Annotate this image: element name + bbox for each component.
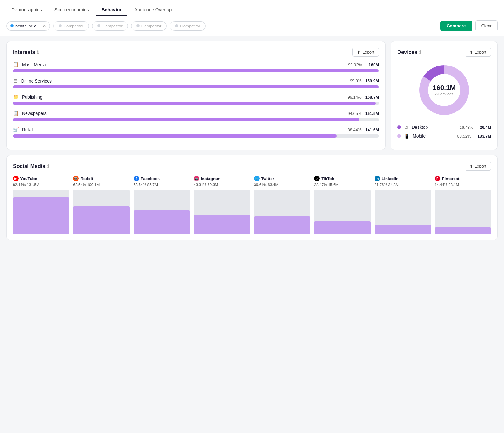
social-icon-1: 👽 (73, 176, 79, 181)
social-bar-container-1 (73, 190, 129, 234)
compare-button[interactable]: Compare (440, 21, 472, 31)
social-bar-container-6 (375, 190, 431, 234)
comp-label-3: Competitor (141, 24, 162, 28)
device-row-mobile: 📱 Mobile 83.52% 133.7M (397, 134, 491, 139)
interests-title: Interests ℹ (13, 49, 39, 55)
social-platform-0: ▶ YouTube (13, 176, 69, 181)
social-title: Social Media ℹ (13, 163, 49, 169)
competitor-chip-4[interactable]: Competitor (170, 21, 206, 31)
social-bar-fill-1 (73, 206, 129, 234)
social-name-1: Reddit (80, 176, 93, 181)
donut-wrapper: 160.1M All devices (416, 62, 472, 118)
interest-icon-3: 📋 (13, 111, 19, 116)
social-name-3: Instagram (201, 176, 220, 181)
interest-header-2: 📁 Publishing 99.14% 158.7M (13, 94, 379, 100)
social-item-linkedin: in LinkedIn 21.76% 34.8M (375, 176, 431, 234)
interest-pct-1: 99.9% (350, 78, 362, 83)
social-icon-6: in (375, 176, 380, 181)
interest-bar-fill-4 (13, 134, 337, 138)
site-label: healthline.c... (15, 24, 40, 28)
mobile-dot (397, 134, 401, 138)
tab-demographics[interactable]: Demographics (6, 4, 47, 16)
donut-center: 160.1M All devices (432, 84, 455, 96)
social-name-4: Twitter (261, 176, 274, 181)
tab-socioeconomics[interactable]: Socioeconomics (49, 4, 94, 16)
devices-info-icon: ℹ (419, 50, 421, 54)
social-bar-fill-6 (375, 225, 431, 234)
interests-header: Interests ℹ ⬆ Export (13, 48, 379, 57)
social-bar-container-5 (314, 190, 370, 234)
competitor-chip-1[interactable]: Competitor (53, 21, 89, 31)
interest-item-2: 📁 Publishing 99.14% 158.7M (13, 94, 379, 105)
tab-behavior[interactable]: Behavior (96, 4, 127, 16)
social-platform-7: P Pinterest (435, 176, 491, 181)
donut-label: All devices (432, 92, 455, 96)
interest-val-3: 151.5M (365, 111, 379, 116)
devices-header: Devices ℹ ⬆ Export (397, 48, 491, 57)
desktop-dot (397, 125, 401, 129)
interest-bar-fill-2 (13, 102, 376, 105)
social-icon-2: f (134, 176, 139, 181)
interest-header-0: 📋 Mass Media 99.92% 160M (13, 62, 379, 67)
close-icon[interactable]: ✕ (43, 24, 46, 28)
interest-pct-0: 99.92% (348, 62, 362, 67)
interest-icon-0: 📋 (13, 62, 19, 67)
main-content: Interests ℹ ⬆ Export 📋 Mass Media 99.92%… (0, 36, 504, 245)
interests-card: Interests ℹ ⬆ Export 📋 Mass Media 99.92%… (6, 41, 386, 150)
export-icon: ⬆ (357, 50, 361, 54)
social-export-button[interactable]: ⬆ Export (465, 162, 491, 171)
social-item-twitter: 🐦 Twitter 39.61% 63.4M (254, 176, 310, 234)
social-grid: ▶ YouTube 82.14% 131.5M 👽 Reddit 62.54% … (13, 176, 491, 234)
social-icon-4: 🐦 (254, 176, 260, 181)
top-nav: Demographics Socioeconomics Behavior Aud… (0, 0, 504, 16)
interest-item-3: 📋 Newspapers 94.65% 151.5M (13, 111, 379, 121)
comp-dot-1 (59, 24, 62, 27)
social-stats-6: 21.76% 34.8M (375, 183, 431, 187)
social-item-pinterest: P Pinterest 14.44% 23.1M (435, 176, 491, 234)
competitor-chip-3[interactable]: Competitor (131, 21, 167, 31)
social-bar-fill-0 (13, 197, 69, 234)
comp-label-4: Competitor (180, 24, 200, 28)
interest-item-0: 📋 Mass Media 99.92% 160M (13, 62, 379, 72)
interest-name-2: Publishing (22, 94, 348, 100)
interest-header-1: 🖥 Online Services 99.9% 159.9M (13, 78, 379, 83)
interest-icon-4: 🛒 (13, 127, 19, 133)
site-chip[interactable]: healthline.c... ✕ (6, 21, 50, 31)
devices-title: Devices ℹ (397, 49, 421, 55)
social-icon-3: 📷 (194, 176, 199, 181)
social-name-7: Pinterest (442, 176, 460, 181)
interest-bar-track-3 (13, 118, 379, 121)
social-card: Social Media ℹ ⬆ Export ▶ YouTube 82.14%… (6, 155, 498, 240)
social-platform-6: in LinkedIn (375, 176, 431, 181)
interest-pct-3: 94.65% (348, 111, 362, 116)
social-bar-container-4 (254, 190, 310, 234)
social-stats-5: 28.47% 45.6M (314, 183, 370, 187)
interest-icon-2: 📁 (13, 94, 19, 100)
competitor-chip-2[interactable]: Competitor (92, 21, 128, 31)
donut-container: 160.1M All devices (397, 62, 491, 118)
interest-header-3: 📋 Newspapers 94.65% 151.5M (13, 111, 379, 116)
social-platform-2: f Facebook (134, 176, 190, 181)
comp-dot-4 (175, 24, 178, 27)
devices-export-button[interactable]: ⬆ Export (465, 48, 491, 57)
social-bar-fill-7 (435, 227, 491, 234)
social-info-icon: ℹ (47, 164, 49, 168)
interests-export-button[interactable]: ⬆ Export (352, 48, 379, 57)
social-export-icon: ⬆ (469, 164, 473, 168)
social-platform-1: 👽 Reddit (73, 176, 129, 181)
interest-item-4: 🛒 Retail 88.44% 141.6M (13, 127, 379, 138)
interest-bar-fill-1 (13, 85, 379, 88)
social-item-facebook: f Facebook 53.54% 85.7M (134, 176, 190, 234)
interest-val-2: 158.7M (365, 95, 379, 100)
social-stats-0: 82.14% 131.5M (13, 183, 69, 187)
interest-bar-fill-3 (13, 118, 359, 121)
social-icon-5: ♪ (314, 176, 320, 181)
devices-card: Devices ℹ ⬆ Export 160 (391, 41, 498, 150)
tab-audience-overlap[interactable]: Audience Overlap (129, 4, 177, 16)
social-name-2: Facebook (141, 176, 160, 181)
social-bar-fill-5 (314, 221, 370, 234)
top-row: Interests ℹ ⬆ Export 📋 Mass Media 99.92%… (6, 41, 498, 150)
clear-button[interactable]: Clear (475, 20, 498, 31)
social-platform-4: 🐦 Twitter (254, 176, 310, 181)
interest-pct-2: 99.14% (348, 95, 362, 100)
